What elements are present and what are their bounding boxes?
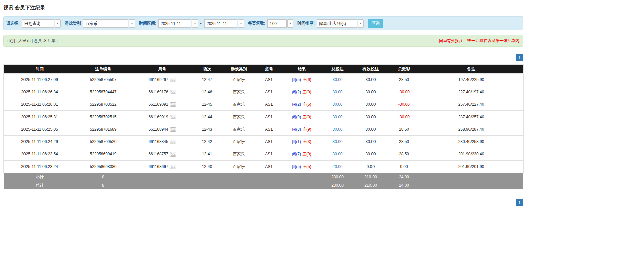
date-to-input[interactable] (204, 19, 237, 28)
time-range-group: 时间区间: ▼ ~ ▼ (139, 19, 244, 28)
query-type-select[interactable]: 日期查询 ▼ (22, 19, 61, 28)
pagination-page-button[interactable]: 1 (516, 199, 523, 206)
cell-time: 2025-11-11 06:26:01 (4, 98, 76, 111)
cell-valid-bet: 0.00 (352, 161, 389, 173)
search-button[interactable]: 查询 (368, 19, 383, 28)
chevron-down-icon[interactable]: ▼ (55, 19, 61, 28)
summary-empty-cell (257, 181, 281, 190)
date-from-input[interactable] (158, 19, 191, 28)
result-banker: 庄(6) (302, 77, 311, 82)
sort-group: 时间排序: 降幂(由大到小) ▼ (297, 19, 364, 28)
cell-table-no: AS1 (257, 74, 281, 86)
round-result-icon[interactable] (170, 152, 176, 157)
table-row: 2025-11-11 06:23:24522958698380661168667… (4, 161, 524, 173)
date-range-separator: ~ (200, 21, 202, 26)
cell-game-type: 百家乐 (220, 98, 257, 111)
payout-value: -30.00 (398, 115, 410, 119)
result-player: 闲(9) (292, 115, 301, 119)
round-result-icon[interactable] (170, 90, 176, 94)
cell-bet-id: 522958698380 (76, 161, 131, 173)
cell-time: 2025-11-11 06:25:05 (4, 123, 76, 136)
table-row: 2025-11-11 06:26:01522958703522661169091… (4, 98, 524, 111)
game-type-group: 游戏类别 百家乐 ▼ (65, 19, 135, 28)
cell-total-bet: 30.00 (323, 148, 352, 161)
total-bet-link[interactable]: 30.00 (332, 127, 342, 132)
cell-payout: -30.00 (389, 98, 419, 111)
cell-round-id: 661169091 (131, 98, 194, 111)
total-bet-link[interactable]: 30.00 (332, 139, 342, 144)
summary-count: 8 (76, 181, 131, 190)
cell-bet-id: 522958700520 (76, 136, 131, 148)
cell-note: 287.40/257.40 (419, 111, 524, 123)
date-from-picker[interactable]: ▼ (158, 19, 198, 28)
cell-session: 12-40 (194, 161, 220, 173)
chevron-down-icon[interactable]: ▼ (358, 19, 364, 28)
cell-bet-id: 522958705507 (76, 74, 131, 86)
cell-note: 227.40/197.40 (419, 86, 524, 98)
total-bet-link[interactable]: 30.00 (332, 115, 342, 119)
cell-payout: 28.50 (389, 123, 419, 136)
cell-payout: 0.00 (389, 161, 419, 173)
summary-total-bet: 230.00 (323, 181, 352, 190)
summary-payout: 24.00 (389, 181, 419, 190)
total-bet-link[interactable]: 30.00 (332, 152, 342, 157)
total-bet-link[interactable]: 30.00 (332, 77, 342, 82)
cell-result: 闲(9)庄(0) (281, 111, 323, 123)
round-result-icon[interactable] (170, 127, 176, 132)
cell-time: 2025-11-11 06:23:24 (4, 161, 76, 173)
cell-valid-bet: 30.00 (352, 74, 389, 86)
game-type-label: 游戏类别 (65, 20, 81, 26)
payout-value: 28.50 (399, 139, 409, 144)
round-id-text: 661168845 (148, 139, 168, 144)
result-player: 闲(5) (292, 77, 301, 82)
date-to-picker[interactable]: ▼ (204, 19, 244, 28)
cell-round-id: 661169267 (131, 74, 194, 86)
game-type-select[interactable]: 百家乐 ▼ (83, 19, 135, 28)
cell-table-no: AS1 (257, 98, 281, 111)
cell-session: 12-43 (194, 123, 220, 136)
sort-select[interactable]: 降幂(由大到小) ▼ (317, 19, 364, 28)
page-size-select[interactable]: ▼ (267, 19, 293, 28)
cell-round-id: 661169019 (131, 111, 194, 123)
result-banker: 庄(6) (302, 102, 311, 107)
column-header: 时间 (4, 65, 76, 74)
cell-valid-bet: 30.00 (352, 98, 389, 111)
round-result-icon[interactable] (170, 78, 176, 82)
total-bet-link[interactable]: 20.00 (332, 164, 342, 169)
table-body: 2025-11-11 06:27:09522958705507661169267… (4, 74, 524, 173)
game-type-value[interactable]: 百家乐 (83, 19, 128, 28)
summary-empty-cell (257, 173, 281, 181)
cell-total-bet: 30.00 (323, 111, 352, 123)
chevron-down-icon[interactable]: ▼ (238, 19, 244, 28)
query-type-label: 请选择: (6, 20, 20, 26)
round-id-text: 661168757 (148, 152, 168, 157)
query-type-value[interactable]: 日期查询 (22, 19, 54, 28)
total-bet-link[interactable]: 30.00 (332, 90, 342, 94)
summary-empty-cell (194, 181, 220, 190)
chevron-down-icon[interactable]: ▼ (192, 19, 198, 28)
chevron-down-icon[interactable]: ▼ (129, 19, 135, 28)
column-header: 有效投注 (352, 65, 389, 74)
cell-table-no: AS1 (257, 123, 281, 136)
chevron-down-icon[interactable]: ▼ (287, 19, 293, 28)
summary-empty-cell (419, 173, 524, 181)
pagination-page-button[interactable]: 1 (516, 54, 523, 61)
page-size-input[interactable] (267, 19, 287, 28)
round-result-icon[interactable] (170, 165, 176, 169)
cell-payout: -30.00 (389, 86, 419, 98)
result-banker: 庄(9) (302, 127, 311, 132)
payout-value: 28.50 (399, 77, 409, 82)
cell-session: 12-42 (194, 136, 220, 148)
total-bet-link[interactable]: 30.00 (332, 102, 342, 107)
sort-value[interactable]: 降幂(由大到小) (317, 19, 357, 28)
payout-value: 28.50 (399, 127, 409, 132)
round-result-icon[interactable] (170, 102, 176, 107)
cell-game-type: 百家乐 (220, 74, 257, 86)
result-player: 闲(5) (292, 164, 301, 169)
cell-game-type: 百家乐 (220, 148, 257, 161)
round-result-icon[interactable] (170, 115, 176, 119)
payout-value: 28.50 (399, 152, 409, 157)
page-root: 视讯 会员下注纪录 请选择: 日期查询 ▼ 游戏类别 百家乐 ▼ 时间区间: ▼… (3, 5, 523, 206)
round-result-icon[interactable] (170, 140, 176, 144)
table-footer: 小计8230.00210.0024.00总计8230.00210.0024.00 (4, 173, 524, 190)
